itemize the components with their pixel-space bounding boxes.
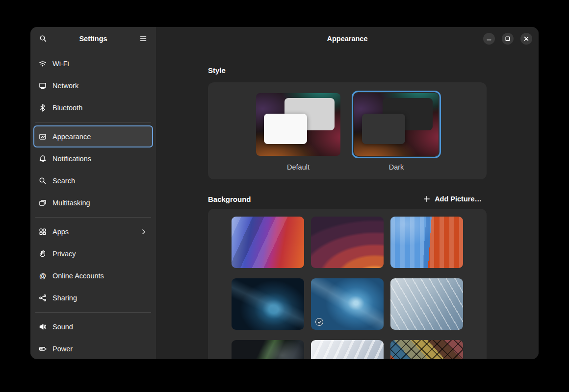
main-panel: Appearance: [156, 27, 539, 359]
search-icon: [39, 177, 47, 185]
power-battery-icon: [39, 345, 47, 353]
style-option-dark[interactable]: Dark: [354, 82, 439, 179]
sidebar-item-label: Multitasking: [52, 199, 90, 207]
style-option-default[interactable]: Default: [256, 82, 340, 179]
sidebar-item-label: Apps: [52, 228, 69, 236]
sidebar-item-apps[interactable]: Apps: [33, 220, 153, 243]
wifi-icon: [39, 60, 47, 68]
add-picture-label: Add Picture…: [435, 195, 482, 203]
chevron-right-icon: [140, 228, 148, 236]
search-icon: [39, 35, 47, 43]
sidebar-item-search[interactable]: Search: [33, 170, 153, 192]
sidebar-item-label: Privacy: [52, 250, 76, 258]
sidebar-item-privacy[interactable]: Privacy: [33, 243, 153, 265]
sidebar-headerbar[interactable]: Settings: [30, 27, 156, 50]
sidebar-item-appearance[interactable]: Appearance: [33, 125, 153, 147]
sidebar-divider: [35, 122, 151, 122]
privacy-hand-icon: [39, 250, 47, 258]
sidebar-item-label: Sound: [52, 323, 73, 331]
maximize-icon: [504, 35, 512, 43]
sharing-icon: [39, 294, 47, 302]
sidebar-item-power[interactable]: Power: [33, 338, 153, 359]
page-title: Appearance: [156, 35, 539, 43]
wallpaper-grid: [208, 209, 487, 359]
wallpaper-thumbnail[interactable]: [390, 278, 463, 330]
apps-icon: [39, 228, 47, 236]
wallpaper-thumbnail[interactable]: [311, 340, 384, 359]
settings-window: Settings Wi-Fi: [30, 27, 539, 359]
headerbar[interactable]: Appearance: [156, 27, 539, 50]
sidebar-item-wifi[interactable]: Wi-Fi: [33, 52, 153, 74]
sidebar-item-label: Online Accounts: [52, 272, 104, 280]
sidebar-item-label: Search: [52, 177, 75, 185]
wallpaper-thumbnail[interactable]: [232, 217, 304, 268]
style-preview-default[interactable]: [256, 93, 340, 156]
add-picture-button[interactable]: Add Picture…: [418, 193, 487, 205]
network-icon: [39, 82, 47, 90]
style-card: Default Dark: [208, 82, 487, 179]
bluetooth-icon: [39, 104, 47, 112]
sidebar-item-network[interactable]: Network: [33, 74, 153, 97]
sidebar-item-sharing[interactable]: Sharing: [33, 287, 153, 309]
minimize-icon: [485, 35, 493, 43]
sidebar: Settings Wi-Fi: [30, 27, 156, 359]
appearance-icon: [39, 133, 47, 141]
wallpaper-thumbnail[interactable]: [390, 340, 463, 359]
close-button[interactable]: [520, 33, 532, 45]
sidebar-item-bluetooth[interactable]: Bluetooth: [33, 97, 153, 119]
wallpaper-thumbnail-selected[interactable]: [311, 278, 384, 330]
plus-icon: [423, 195, 431, 203]
sidebar-item-label: Sharing: [52, 294, 77, 302]
content-scroll-area[interactable]: Style Default: [156, 50, 539, 359]
sidebar-nav: Wi-Fi Network Bluetooth: [30, 50, 156, 359]
sidebar-item-label: Notifications: [52, 155, 91, 163]
close-icon: [522, 35, 530, 43]
preview-front-window: [362, 114, 405, 144]
multitasking-icon: [39, 199, 47, 207]
background-section-title: Background: [208, 195, 251, 203]
selected-check-icon: [315, 318, 323, 326]
sidebar-divider: [35, 312, 151, 313]
sidebar-divider: [35, 217, 151, 218]
sidebar-title: Settings: [51, 35, 135, 43]
hamburger-menu-icon: [139, 35, 147, 43]
style-option-label: Default: [287, 163, 310, 171]
sidebar-item-multitasking[interactable]: Multitasking: [33, 192, 153, 214]
sidebar-item-label: Wi-Fi: [52, 60, 69, 68]
main-menu-button[interactable]: [135, 31, 151, 47]
minimize-button[interactable]: [483, 33, 495, 45]
preview-front-window: [264, 114, 307, 144]
maximize-button[interactable]: [502, 33, 514, 45]
wallpaper-thumbnail[interactable]: [390, 217, 463, 268]
sidebar-item-label: Power: [52, 345, 73, 353]
style-preview-dark[interactable]: [354, 93, 439, 156]
sound-icon: [39, 323, 47, 331]
online-accounts-icon: @: [39, 272, 47, 280]
style-thumb-frame: [352, 91, 441, 158]
style-option-label: Dark: [389, 163, 404, 171]
sidebar-item-notifications[interactable]: Notifications: [33, 147, 153, 170]
sidebar-item-online-accounts[interactable]: @ Online Accounts: [33, 265, 153, 287]
sidebar-item-sound[interactable]: Sound: [33, 316, 153, 338]
window-controls: [483, 33, 539, 45]
search-button[interactable]: [35, 31, 51, 47]
sidebar-item-label: Network: [52, 82, 78, 90]
style-section-title: Style: [208, 66, 487, 74]
sidebar-item-label: Appearance: [52, 133, 91, 141]
sidebar-item-label: Bluetooth: [52, 104, 82, 112]
wallpaper-thumbnail[interactable]: [232, 278, 304, 330]
wallpaper-thumbnail[interactable]: [232, 340, 304, 359]
wallpaper-thumbnail[interactable]: [311, 217, 384, 268]
notifications-icon: [39, 155, 47, 163]
style-thumb-frame: [254, 91, 343, 158]
background-header-row: Background Add Picture…: [208, 193, 487, 205]
